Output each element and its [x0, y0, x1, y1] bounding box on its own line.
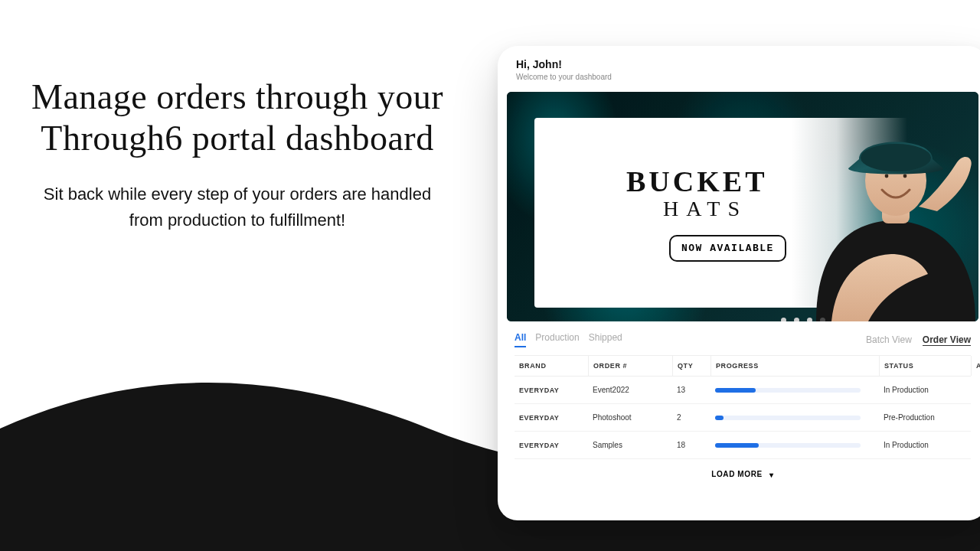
svg-point-4 [861, 144, 931, 171]
col-order: ORDER # [588, 356, 672, 376]
svg-point-2 [885, 174, 889, 178]
cell-status: In Production [879, 377, 971, 403]
page-stage: Manage orders through your Through6 port… [0, 0, 980, 551]
promo-banner[interactable]: BUCKET HATS NOW AVAILABLE [507, 92, 978, 321]
carousel-dot[interactable] [820, 318, 825, 321]
filter-tabs: AllProductionShipped [514, 332, 622, 347]
dashboard-card: Hi, John! Welcome to your dashboard BUCK… [498, 46, 980, 520]
cell-brand: EVERYDAY [514, 377, 588, 403]
marketing-subhead: Sit back while every step of your orders… [31, 181, 444, 233]
view-toggle-order-view[interactable]: Order View [923, 334, 971, 346]
banner-model-image [793, 92, 978, 321]
cell-alerts [971, 409, 980, 427]
table-row[interactable]: EVERYDAYPhotoshoot2Pre-Production [514, 404, 971, 432]
cell-order: Photoshoot [588, 404, 672, 431]
view-toggle: Batch ViewOrder View [866, 334, 971, 346]
banner-content: BUCKET HATS NOW AVAILABLE [534, 118, 978, 308]
orders-table: BRAND ORDER # QTY PROGRESS STATUS ALERTS… [498, 350, 980, 492]
table-row[interactable]: EVERYDAYEvent202213In Production [514, 377, 971, 404]
col-alerts: ALERTS [971, 356, 980, 376]
cell-status: In Production [879, 432, 971, 458]
cell-brand: EVERYDAY [514, 405, 588, 431]
cell-qty: 18 [672, 432, 710, 458]
cell-brand: EVERYDAY [514, 432, 588, 458]
col-qty: QTY [672, 356, 710, 376]
carousel-dots[interactable] [781, 318, 825, 321]
cell-order: Samples [588, 432, 672, 458]
cell-alerts [971, 381, 980, 399]
view-toggle-batch-view[interactable]: Batch View [866, 334, 912, 346]
filter-tab-shipped[interactable]: Shipped [589, 332, 622, 347]
cell-status: Pre-Production [879, 404, 971, 431]
cell-alerts [971, 436, 980, 455]
carousel-dot[interactable] [794, 318, 799, 321]
cell-progress [710, 434, 879, 457]
table-controls: AllProductionShipped Batch ViewOrder Vie… [498, 321, 980, 350]
cell-progress [710, 379, 879, 402]
chevron-down-icon: ▾ [769, 471, 774, 479]
greeting-text: Hi, John! [516, 58, 969, 70]
load-more-button[interactable]: LOAD MORE ▾ [514, 459, 971, 492]
marketing-copy: Manage orders through your Through6 port… [0, 77, 475, 233]
table-header-row: BRAND ORDER # QTY PROGRESS STATUS ALERTS [514, 355, 971, 377]
filter-tab-all[interactable]: All [514, 332, 526, 347]
col-progress: PROGRESS [710, 356, 879, 376]
promo-cta-button[interactable]: NOW AVAILABLE [669, 235, 786, 262]
table-row[interactable]: EVERYDAYSamples18In Production [514, 432, 971, 459]
cell-order: Event2022 [588, 377, 672, 403]
marketing-headline: Manage orders through your Through6 port… [31, 77, 444, 160]
col-status: STATUS [879, 356, 971, 376]
carousel-dot[interactable] [781, 318, 786, 321]
filter-tab-production[interactable]: Production [535, 332, 579, 347]
col-brand: BRAND [514, 356, 588, 376]
carousel-dot[interactable] [807, 318, 812, 321]
dashboard-header: Hi, John! Welcome to your dashboard [498, 46, 980, 89]
cell-qty: 13 [672, 377, 710, 403]
cell-qty: 2 [672, 404, 710, 431]
cell-progress [710, 406, 879, 429]
svg-point-3 [903, 174, 907, 178]
welcome-text: Welcome to your dashboard [516, 73, 969, 81]
load-more-label: LOAD MORE [711, 470, 763, 478]
